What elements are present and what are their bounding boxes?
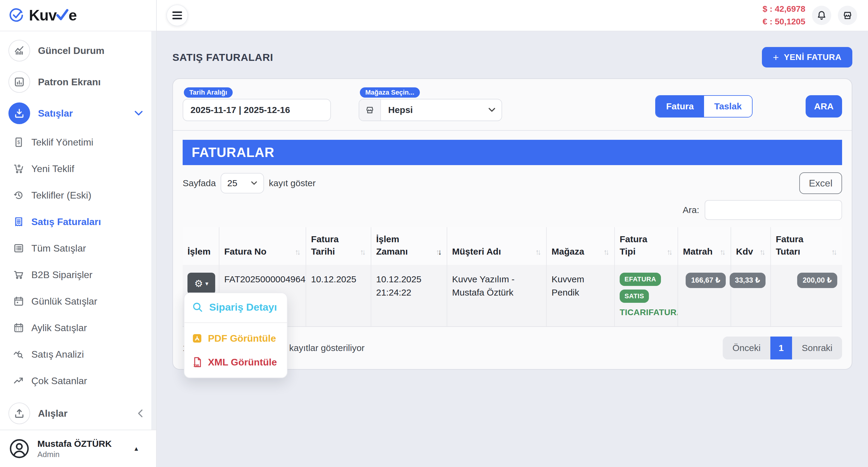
plus-icon: + <box>773 52 779 63</box>
search-icon <box>192 302 203 313</box>
column-header-fatura-tarihi[interactable]: Fatura Tarihi↑↓ <box>306 227 371 265</box>
sidebar-item-label: Çok Satanlar <box>31 375 87 386</box>
sidebar-item-tum-satislar[interactable]: Tüm Satışlar <box>0 235 156 261</box>
sidebar-item-teklifler-eski[interactable]: Teklifler (Eski) <box>0 182 156 209</box>
menu-item-siparis-detayi[interactable]: Sipariş Detayı <box>184 293 287 321</box>
sidebar-item-label: Satış Faturaları <box>31 216 101 227</box>
cart-plus-icon <box>13 163 24 174</box>
date-range-field: Tarih Aralığı 2025-11-17 | 2025-12-16 <box>183 87 331 121</box>
sidebar-item-satis-faturalari[interactable]: Satış Faturaları <box>0 209 156 235</box>
store-button[interactable] <box>838 6 857 25</box>
topbar: $ : 42,6978 € : 50,1205 <box>157 0 868 31</box>
new-invoice-label: YENİ FATURA <box>784 53 841 62</box>
excel-export-button[interactable]: Excel <box>799 172 842 194</box>
sort-icon[interactable]: ↑↓ <box>720 248 726 256</box>
pagination-page-1[interactable]: 1 <box>770 337 792 360</box>
sidebar-item-patron-ekrani[interactable]: Patron Ekranı <box>0 66 156 98</box>
date-range-input[interactable]: 2025-11-17 | 2025-12-16 <box>183 99 331 121</box>
status-badge-efatura: EFATURA <box>620 273 661 286</box>
sidebar-item-b2b-siparisler[interactable]: B2B Siparişler <box>0 261 156 288</box>
store-select[interactable]: Hepsi <box>359 99 502 121</box>
filters-divider <box>173 130 852 131</box>
bar-chart-icon <box>8 71 30 93</box>
column-header-matrah[interactable]: Matrah↑↓ <box>678 227 731 265</box>
caret-up-icon: ▲ <box>133 445 139 452</box>
menu-item-xml-goruntule[interactable]: XML XML Görüntüle <box>184 350 287 374</box>
sidebar-item-satis-analizi[interactable]: Satış Analizi <box>0 341 156 368</box>
page-size-select[interactable]: 25 <box>221 173 264 193</box>
cell-islem-zamani: 10.12.2025 21:24:22 <box>371 265 447 326</box>
calendar-icon <box>13 322 24 333</box>
svg-text:$: $ <box>17 140 20 145</box>
invoices-banner: FATURALAR <box>183 140 842 165</box>
row-actions-button[interactable]: ⚙ ▾ <box>187 273 215 294</box>
sort-icon[interactable]: ↑↓ <box>760 248 766 256</box>
cell-kdv: 33,33 ₺ <box>731 265 770 326</box>
column-header-musteri-adi[interactable]: Müşteri Adı↑↓ <box>447 227 546 265</box>
pagination-previous[interactable]: Önceki <box>723 337 770 360</box>
sort-icon[interactable]: ↑↓ <box>831 248 837 256</box>
pdf-file-icon <box>192 334 202 343</box>
column-header-islem[interactable]: İşlem <box>183 227 219 265</box>
pagination: Önceki 1 Sonraki <box>723 337 842 360</box>
column-header-islem-zamani[interactable]: İşlem Zamanı↑↓ <box>371 227 447 265</box>
hamburger-menu-button[interactable] <box>166 4 188 26</box>
sidebar-item-gunluk-satislar[interactable]: Günlük Satışlar <box>0 288 156 315</box>
search-button[interactable]: ARA <box>806 95 842 118</box>
invoice-draft-toggle: Fatura Taslak <box>655 95 752 118</box>
sidebar-item-satislar[interactable]: Satışlar <box>0 98 156 129</box>
notifications-button[interactable] <box>812 6 831 25</box>
sidebar-item-label: Alışlar <box>38 408 67 419</box>
column-header-fatura-tipi[interactable]: Fatura Tipi↑↓ <box>614 227 678 265</box>
toggle-fatura[interactable]: Fatura <box>656 96 704 117</box>
list-icon <box>13 243 24 254</box>
filters-row: Tarih Aralığı 2025-11-17 | 2025-12-16 Ma… <box>183 87 842 121</box>
sort-icon[interactable]: ↑↓ <box>667 248 673 256</box>
cell-fatura-tutari: 200,00 ₺ <box>770 265 842 326</box>
menu-item-pdf-goruntule[interactable]: PDF Görüntüle <box>184 326 287 350</box>
cell-matrah: 166,67 ₺ <box>678 265 731 326</box>
user-menu[interactable]: Mustafa ÖZTÜRK Admin ▲ <box>0 430 156 467</box>
column-header-fatura-no[interactable]: Fatura No↑↓ <box>219 227 306 265</box>
sort-icon[interactable]: ↑↓ <box>603 248 610 256</box>
chevron-down-icon <box>251 181 257 185</box>
column-header-kdv[interactable]: Kdv↑↓ <box>731 227 770 265</box>
column-header-fatura-tutari[interactable]: Fatura Tutarı↑↓ <box>770 227 842 265</box>
sidebar-item-guncel-durum[interactable]: Güncel Durum <box>0 35 156 66</box>
toggle-taslak[interactable]: Taslak <box>704 96 752 117</box>
table-header-row: İşlem Fatura No↑↓ Fatura Tarihi↑↓ İşlem … <box>183 227 842 265</box>
sidebar-item-yeni-teklif[interactable]: Yeni Teklif <box>0 155 156 182</box>
table-controls: Sayfada 25 kayıt göster Excel <box>183 172 842 194</box>
sort-icon[interactable]: ↑↓ <box>535 248 541 256</box>
page-content: SATIŞ FATURALARI + YENİ FATURA Tarih Ara… <box>157 31 868 467</box>
sidebar-item-label: Tüm Satışlar <box>31 243 86 254</box>
upload-tray-icon <box>8 403 30 424</box>
sort-icon[interactable]: ↑↓ <box>360 248 366 256</box>
sidebar: Kuv e Güncel Durum P <box>0 0 157 467</box>
pagination-next[interactable]: Sonraki <box>792 337 842 360</box>
sidebar-item-label: Satışlar <box>38 108 73 119</box>
sidebar-item-cok-satanlar[interactable]: Çok Satanlar <box>0 368 156 394</box>
cell-fatura-tarihi: 10.12.2025 <box>306 265 371 326</box>
table-search-input[interactable] <box>705 200 842 220</box>
new-invoice-button[interactable]: + YENİ FATURA <box>762 47 852 67</box>
sort-desc-icon[interactable]: ↑↓ <box>436 248 442 256</box>
sidebar-item-teklif-yonetimi[interactable]: $ Teklif Yönetimi <box>0 129 156 155</box>
sidebar-item-alislar[interactable]: Alışlar <box>0 398 156 429</box>
sidebar-item-label: Aylik Satışlar <box>31 322 87 334</box>
chart-search-icon <box>13 349 24 360</box>
brand-check-icon <box>56 8 69 21</box>
sidebar-scrollbar[interactable] <box>151 31 156 467</box>
table-row: ⚙ ▾ Sipariş Detayı <box>183 265 842 327</box>
chevron-left-icon <box>137 409 143 417</box>
logo[interactable]: Kuv e <box>0 0 156 31</box>
cell-musteri-adi: Kuvve Yazılım - Mustafa Öztürk <box>447 265 546 326</box>
sidebar-item-aylik-satislar[interactable]: Aylik Satışlar <box>0 315 156 341</box>
sort-icon[interactable]: ↑↓ <box>295 248 301 256</box>
menu-divider <box>184 322 287 323</box>
main-area: $ : 42,6978 € : 50,1205 <box>157 0 868 467</box>
column-header-magaza[interactable]: Mağaza↑↓ <box>546 227 614 265</box>
caret-down-icon: ▾ <box>205 280 208 286</box>
bell-icon <box>816 10 827 21</box>
app-root: Kuv e Güncel Durum P <box>0 0 868 467</box>
